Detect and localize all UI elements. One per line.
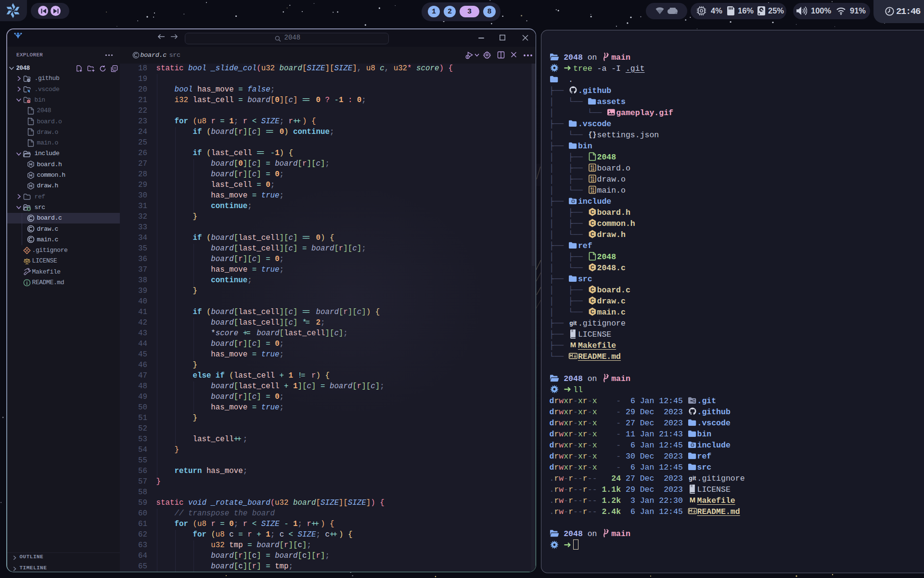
svg-text:C: C [590, 220, 594, 226]
svg-text:C: C [590, 209, 594, 215]
svg-text:10: 10 [590, 179, 594, 183]
svg-text:C: C [590, 298, 594, 303]
svg-text:git: git [569, 320, 577, 327]
svg-text:M: M [570, 341, 576, 349]
svg-text:10: 10 [590, 190, 594, 194]
svg-text:git: git [689, 475, 696, 482]
svg-text:C: C [590, 287, 594, 292]
svg-text:{}: {} [588, 131, 596, 139]
svg-text:C: C [590, 231, 594, 237]
svg-text:C: C [590, 309, 594, 315]
svg-text:C: C [590, 264, 594, 270]
svg-text:M: M [689, 496, 695, 504]
svg-text:10: 10 [590, 168, 594, 171]
